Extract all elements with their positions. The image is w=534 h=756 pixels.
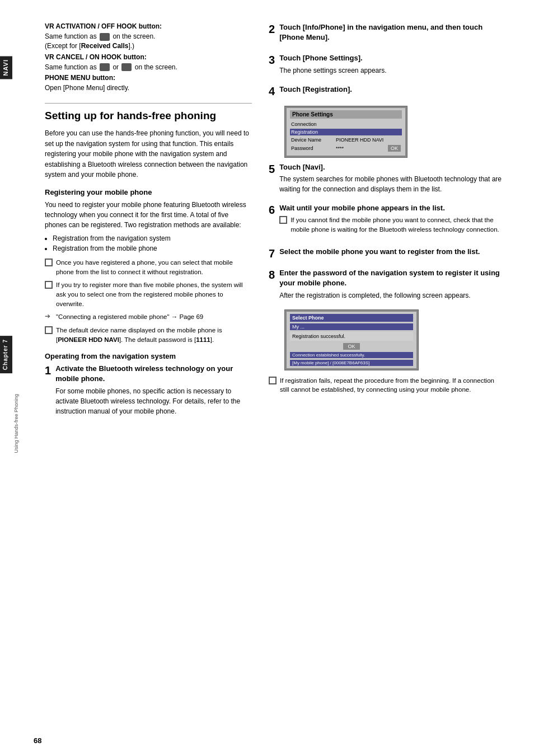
- vr-activation-icon: [100, 33, 110, 41]
- step-2-content: Touch [Info/Phone] in the navigation men…: [279, 22, 504, 44]
- vr-text-screen: on the screen.: [113, 32, 155, 40]
- step-4-heading: Touch [Registration].: [279, 84, 504, 95]
- note-block-3: The default device name displayed on the…: [45, 326, 252, 344]
- step-number-1: 1: [45, 365, 51, 376]
- registering-heading: Registering your mobile phone: [45, 188, 252, 196]
- step-2: 2 Touch [Info/Phone] in the navigation m…: [269, 22, 504, 44]
- step-7-heading: Select the mobile phone you want to regi…: [279, 247, 504, 257]
- select-phone-screen: Select Phone My ... Registration success…: [284, 309, 419, 370]
- password-label: Password: [291, 145, 336, 151]
- phone-row-registration: Registration: [290, 129, 402, 135]
- left-column: VR ACTIVATION / OFF HOOK button: Same fu…: [45, 22, 252, 425]
- step-number-3: 3: [269, 54, 275, 65]
- vr-cancel-icon1: [100, 63, 110, 71]
- step-3: 3 Touch [Phone Settings]. The phone sett…: [269, 53, 504, 75]
- section-divider: [45, 103, 252, 104]
- operating-heading: Operating from the navigation system: [45, 352, 252, 360]
- reg-success-text: Registration successful.: [290, 332, 413, 341]
- step-1-heading: Activate the Bluetooth wireless technolo…: [55, 364, 252, 384]
- phone-row-password: Password **** OK: [290, 144, 402, 152]
- step-6-heading: Wait until your mobile phone appears in …: [279, 203, 504, 213]
- conn-text-2: [My mobile phone] / [0008E7B6AF63S]: [290, 360, 413, 366]
- vr-cancel-icon2: [121, 63, 132, 71]
- registration-label: Registration: [291, 129, 336, 135]
- phone-row-device: Device Name PIONEER HDD NAVI: [290, 137, 402, 143]
- step-7-content: Select the mobile phone you want to regi…: [279, 247, 504, 259]
- password-value: ****: [336, 145, 386, 151]
- vr-activation-text: Same function as on the screen. (Except …: [45, 32, 252, 51]
- vr-except: (Except for [: [45, 42, 81, 50]
- conn-text-1: Connection established successfully.: [290, 352, 413, 358]
- step-5-desc: The system searches for mobile phones wi…: [279, 174, 504, 194]
- step-8-content: Enter the password of the navigation sys…: [279, 268, 504, 300]
- phone-row-connection: Connection: [290, 121, 402, 128]
- note-text-step6: If you cannot find the mobile phone you …: [291, 215, 504, 234]
- step-8-heading: Enter the password of the navigation sys…: [279, 268, 504, 288]
- step-number-6: 6: [269, 204, 275, 215]
- step-number-8: 8: [269, 269, 275, 280]
- phone-menu-label: PHONE MENU button:: [45, 74, 252, 82]
- step-6-content: Wait until your mobile phone appears in …: [279, 203, 504, 238]
- phone-menu-text: Open [Phone Menu] directly.: [45, 83, 252, 93]
- step-8: 8 Enter the password of the navigation s…: [269, 268, 504, 300]
- step-5-heading: Touch [Navi].: [279, 162, 504, 172]
- checkbox-icon-1: [45, 259, 53, 266]
- vr-or: or: [113, 63, 119, 71]
- step-8-desc: After the registration is completed, the…: [279, 290, 504, 300]
- phone-settings-inner: Phone Settings Connection Registration D…: [287, 108, 405, 156]
- step-6-note: If you cannot find the mobile phone you …: [279, 215, 504, 234]
- step-3-content: Touch [Phone Settings]. The phone settin…: [279, 53, 504, 75]
- step-4: 4 Touch [Registration].: [269, 84, 504, 97]
- note-block-1: Once you have registered a phone, you ca…: [45, 258, 252, 276]
- right-column: 2 Touch [Info/Phone] in the navigation m…: [269, 22, 504, 425]
- checkbox-icon-fail: [269, 377, 277, 384]
- device-name-value: PIONEER HDD NAVI: [336, 137, 401, 143]
- reg-bullet-list: Registration from the navigation system …: [53, 233, 252, 253]
- arrow-icon: ➔: [45, 312, 53, 320]
- note-text-2: If you try to register more than five mo…: [56, 280, 252, 308]
- step-6: 6 Wait until your mobile phone appears i…: [269, 203, 504, 238]
- checkbox-icon-step6: [279, 216, 287, 224]
- step-number-5: 5: [269, 163, 275, 175]
- vr-cancel-text: Same function as or on the screen.: [45, 63, 252, 72]
- step-1-content: Activate the Bluetooth wireless technolo…: [55, 364, 252, 416]
- chapter-sidebar-label: Chapter 7: [0, 336, 12, 373]
- step-4-content: Touch [Registration].: [279, 84, 504, 96]
- device-name-label: Device Name: [291, 137, 336, 143]
- step-number-2: 2: [269, 24, 275, 35]
- note-text-arrow: "Connecting a registered mobile phone" →…: [56, 312, 252, 322]
- vr-section: VR ACTIVATION / OFF HOOK button: Same fu…: [45, 22, 252, 93]
- vr-on-screen: on the screen.: [135, 63, 177, 71]
- vr-same2: Same function as: [45, 63, 97, 71]
- select-ok-button[interactable]: OK: [343, 343, 359, 350]
- step-2-heading: Touch [Info/Phone] in the navigation men…: [279, 22, 504, 43]
- phone-ok-button[interactable]: OK: [388, 145, 401, 152]
- checkbox-icon-2: [45, 281, 53, 289]
- select-phone-title: Select Phone: [290, 314, 413, 322]
- connection-label: Connection: [291, 121, 336, 127]
- select-phone-inner: Select Phone My ... Registration success…: [287, 312, 416, 368]
- step-3-heading: Touch [Phone Settings].: [279, 53, 504, 63]
- bullet-item-2: Registration from the mobile phone: [53, 243, 252, 253]
- fail-note-block: If registration fails, repeat the proced…: [269, 376, 504, 395]
- note-text-3: The default device name displayed on the…: [56, 326, 252, 344]
- reg-intro-text: You need to register your mobile phone f…: [45, 200, 252, 230]
- step-number-7: 7: [269, 248, 275, 259]
- phone-settings-screen: Phone Settings Connection Registration D…: [284, 106, 407, 158]
- note-block-2: If you try to register more than five mo…: [45, 280, 252, 308]
- select-list-item: My ...: [290, 323, 413, 330]
- main-content: VR ACTIVATION / OFF HOOK button: Same fu…: [34, 17, 515, 431]
- page-number: 68: [34, 736, 41, 745]
- step-1-desc: For some mobile phones, no specific acti…: [55, 386, 252, 416]
- section-intro: Before you can use the hands-free phonin…: [45, 128, 252, 180]
- vr-cancel-label: VR CANCEL / ON HOOK button:: [45, 53, 252, 61]
- navi-sidebar-label: NAVI: [0, 56, 12, 79]
- step-5-content: Touch [Navi]. The system searches for mo…: [279, 162, 504, 194]
- bullet-item-1: Registration from the navigation system: [53, 233, 252, 243]
- step-5: 5 Touch [Navi]. The system searches for …: [269, 162, 504, 194]
- step-7: 7 Select the mobile phone you want to re…: [269, 247, 504, 259]
- fail-note-text: If registration fails, repeat the proced…: [280, 376, 504, 395]
- note-block-arrow: ➔ "Connecting a registered mobile phone"…: [45, 312, 252, 322]
- step-number-4: 4: [269, 86, 275, 97]
- vr-except2: ].): [128, 42, 134, 50]
